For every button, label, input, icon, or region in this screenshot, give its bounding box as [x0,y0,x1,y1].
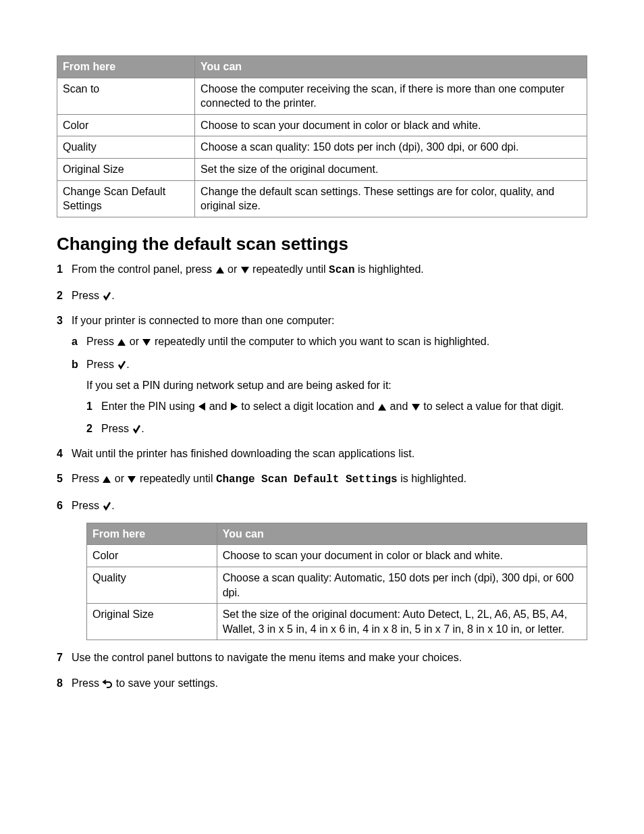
step-text: Press [101,423,132,434]
arrow-right-icon [230,402,238,411]
step-text: . [141,423,144,434]
substep-letter: a [72,334,78,349]
step-text: From the control panel, press [72,263,215,275]
step-8: 8 Press to save your settings. [57,675,587,691]
table-cell: Color [87,545,217,567]
table-cell: Choose a scan quality: 150 dots per inch… [195,136,587,159]
check-icon [102,501,111,511]
arrow-up-icon [377,403,387,411]
table-header-from: From here [87,523,217,545]
step-text: or [225,263,240,275]
table-cell: Set the size of the original document: A… [217,604,587,640]
arrow-down-icon [127,475,136,484]
table-cell: Change Scan Default Settings [57,180,195,217]
step-text: repeatedly until [250,263,329,275]
substep-letter: b [72,357,78,372]
step-text: Press [86,336,117,347]
step-text: Press [86,359,117,370]
step-num: 7 [57,650,63,665]
substep-b: b Press . If you set a PIN during networ… [72,357,587,437]
step-6: 6 Press . From here You can Color Choose… [57,498,587,641]
svg-marker-7 [412,404,420,411]
pin-intro: If you set a PIN during network setup an… [86,377,587,393]
default-settings-table: From here You can Color Choose to scan y… [86,523,587,641]
svg-marker-6 [378,404,386,411]
table-cell: Choose to scan your document in color or… [195,114,587,136]
pin-step-2: 2 Press . [86,421,587,436]
arrow-up-icon [215,266,225,274]
svg-marker-3 [142,339,151,346]
step-num: 3 [57,313,63,328]
step-4: 4 Wait until the printer has finished do… [57,446,587,461]
table-cell: Quality [57,136,195,159]
step-text: Press [72,677,102,689]
pin-step-1: 1 Enter the PIN using and to select a di… [86,398,587,414]
table-row: Change Scan Default Settings Change the … [57,180,587,217]
table-cell: Original Size [87,604,217,640]
step-text: If your printer is connected to more tha… [72,315,335,326]
table-row: Quality Choose a scan quality: 150 dots … [57,136,587,159]
arrow-up-icon [117,338,126,346]
step-text: Press [72,473,102,484]
step-num: 6 [57,498,63,513]
step-text: Use the control panel buttons to navigat… [72,652,462,663]
svg-marker-9 [128,476,136,483]
scan-options-table: From here You can Scan to Choose the com… [57,55,587,217]
step-text: to select a value for that digit. [421,400,564,412]
step-num: 2 [57,288,63,303]
table-cell: Scan to [57,78,195,114]
pin-steps: 1 Enter the PIN using and to select a di… [86,398,587,436]
table-cell: Quality [87,567,217,604]
step-text: is highlighted. [354,263,423,275]
svg-marker-0 [216,267,224,273]
sub-steps: a Press or repeatedly until the computer… [72,334,587,436]
substep-a: a Press or repeatedly until the computer… [72,334,587,349]
step-num: 2 [86,421,92,436]
step-num: 8 [57,675,63,691]
back-icon [102,679,113,688]
section-heading: Changing the default scan settings [57,234,587,255]
step-text: to save your settings. [113,677,218,689]
step-num: 1 [57,261,63,277]
check-icon [132,424,141,434]
table-cell: Set the size of the original document. [195,158,587,180]
arrow-down-icon [411,403,421,411]
check-icon [102,291,111,301]
step-text: and [206,400,230,412]
step-1: 1 From the control panel, press or repea… [57,261,587,278]
step-num: 1 [86,398,92,414]
table-row: Quality Choose a scan quality: Automatic… [87,567,587,604]
step-7: 7 Use the control panel buttons to navig… [57,650,587,665]
svg-marker-5 [231,402,238,411]
step-text: Press [72,290,102,301]
step-highlight: Change Scan Default Settings [216,473,398,486]
arrow-down-icon [240,266,250,274]
arrow-down-icon [142,338,151,346]
svg-marker-2 [117,339,126,346]
table-cell: Original Size [57,158,195,180]
svg-marker-1 [241,267,249,273]
table-cell: Color [57,114,195,136]
step-text: repeatedly until [136,473,215,484]
arrow-left-icon [198,402,206,411]
table-header-from: From here [57,56,195,78]
step-text: and [387,400,411,412]
step-text: . [111,500,114,511]
step-text: Press [72,500,102,511]
table-row: Color Choose to scan your document in co… [87,545,587,567]
svg-marker-4 [198,402,205,411]
step-text: repeatedly until the computer to which y… [151,336,489,347]
table-row: Original Size Set the size of the origin… [57,158,587,180]
step-5: 5 Press or repeatedly until Change Scan … [57,471,587,488]
table-row: Original Size Set the size of the origin… [87,604,587,640]
svg-marker-8 [103,476,111,483]
step-text: is highlighted. [398,473,466,484]
step-text: Enter the PIN using [101,400,198,412]
table-cell: Choose a scan quality: Automatic, 150 do… [217,567,587,604]
step-highlight: Scan [329,264,354,276]
check-icon [117,360,126,369]
step-num: 4 [57,446,63,461]
table-cell: Choose the computer receiving the scan, … [195,78,587,114]
step-text: Wait until the printer has finished down… [72,448,414,459]
table-cell: Choose to scan your document in color or… [217,545,587,567]
